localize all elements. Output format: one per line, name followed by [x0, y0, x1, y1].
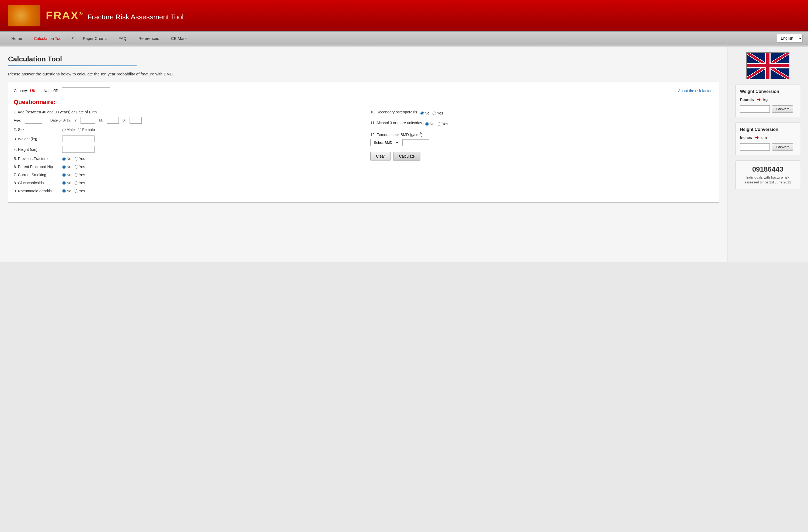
q12-row: 12. Femoral neck BMD (g/cm2) Select BMD [370, 131, 714, 146]
language-select[interactable]: English Français Español Deutsch Italian… [777, 34, 803, 42]
registered-symbol: ® [79, 11, 83, 16]
nav-ce-mark[interactable]: CE Mark [165, 32, 192, 44]
q8-yes-label[interactable]: Yes [75, 181, 85, 185]
q7-yes-label[interactable]: Yes [75, 173, 85, 177]
q11-radio-group: No Yes [425, 122, 448, 126]
q9-yes-radio[interactable] [75, 189, 78, 193]
uk-flag [746, 52, 789, 79]
height-conversion-box: Height Conversion Inches ➜ cm Convert [736, 123, 800, 155]
q12-content: Select BMD [370, 139, 714, 146]
q2-male-text: Male [67, 127, 75, 132]
q7-yes-text: Yes [79, 173, 85, 177]
height-conversion-row: Inches ➜ cm [740, 135, 796, 141]
q10-no-radio[interactable] [420, 111, 424, 115]
q3-weight-input[interactable] [62, 135, 94, 142]
q11-yes-radio[interactable] [438, 122, 441, 126]
height-convert-button[interactable]: Convert [772, 143, 793, 151]
q6-radio-group: No Yes [62, 165, 85, 169]
q12-label: 12. Femoral neck BMD (g/cm2) [370, 131, 714, 137]
q1-dob-label: Date of Birth: [50, 118, 71, 122]
q8-yes-radio[interactable] [75, 181, 78, 185]
clear-button[interactable]: Clear [370, 152, 390, 161]
q2-male-radio[interactable] [62, 128, 66, 131]
stats-box: 09186443 Individuals with fracture risk … [736, 161, 800, 189]
q10-content: 10. Secondary osteoporosis No Yes [370, 110, 714, 116]
q5-no-radio[interactable] [62, 157, 66, 161]
q1-dob-y-input[interactable] [80, 117, 95, 124]
q9-no-label[interactable]: No [62, 189, 71, 193]
nav-home[interactable]: Home [5, 32, 28, 44]
header-title: FRAX® Fracture Risk Assessment Tool [46, 9, 184, 22]
q10-label: 10. Secondary osteoporosis [370, 110, 417, 114]
q6-yes-label[interactable]: Yes [75, 165, 85, 169]
height-input-row: Convert [740, 143, 796, 151]
q10-no-label[interactable]: No [420, 111, 429, 115]
q1-input-row: Age: Date of Birth: Y: M: D: [14, 117, 357, 124]
q3-label: 3. Weight (kg) [14, 137, 62, 141]
q1-dob-d-input[interactable] [130, 117, 142, 124]
weight-conversion-input[interactable] [740, 105, 770, 113]
q7-radio-group: No Yes [62, 173, 85, 177]
header-subtitle: Fracture Risk Assessment Tool [88, 13, 183, 21]
q1-dob-m-input[interactable] [107, 117, 119, 124]
q10-yes-radio[interactable] [433, 111, 436, 115]
bmd-select[interactable]: Select BMD [370, 139, 399, 146]
q8-label: 8. Glucocorticoids [14, 181, 62, 185]
q4-height-input[interactable] [62, 146, 94, 153]
q2-label: 2. Sex [14, 127, 62, 132]
site-logo [8, 5, 40, 26]
questionnaire-title: Questionnaire: [14, 98, 714, 106]
form-body: 1. Age (between 40 and 90 years) or Date… [14, 110, 714, 197]
height-conversion-title: Height Conversion [740, 127, 796, 132]
q7-yes-radio[interactable] [75, 173, 78, 177]
q2-female-label[interactable]: Female [78, 127, 95, 132]
q9-yes-label[interactable]: Yes [75, 189, 85, 193]
nav-calc-tool[interactable]: Calculation Tool [28, 32, 69, 44]
q2-radio-group: Male Female [62, 127, 95, 132]
q5-yes-radio[interactable] [75, 157, 78, 161]
q9-radio-group: No Yes [62, 189, 85, 193]
q8-no-text: No [67, 181, 71, 185]
q6-yes-text: Yes [79, 165, 85, 169]
weight-to-label: kg [763, 97, 768, 102]
q6-label: 6. Parent Fractured Hip [14, 165, 62, 169]
q6-yes-radio[interactable] [75, 165, 78, 169]
q5-yes-label[interactable]: Yes [75, 157, 85, 161]
name-id-input[interactable] [62, 87, 110, 94]
q2-female-radio[interactable] [78, 128, 81, 131]
weight-convert-button[interactable]: Convert [772, 105, 793, 113]
q7-no-radio[interactable] [62, 173, 66, 177]
q9-yes-text: Yes [79, 189, 85, 193]
q9-no-radio[interactable] [62, 189, 66, 193]
q5-no-label[interactable]: No [62, 157, 71, 161]
nav-references[interactable]: References [132, 32, 165, 44]
q6-no-text: No [67, 165, 71, 169]
weight-arrow-icon: ➜ [756, 97, 760, 103]
q1-age-input[interactable] [25, 117, 42, 124]
height-conversion-input[interactable] [740, 143, 770, 151]
q11-yes-label[interactable]: Yes [438, 122, 448, 126]
q8-no-label[interactable]: No [62, 181, 71, 185]
q2-male-label[interactable]: Male [62, 127, 75, 132]
q8-no-radio[interactable] [62, 181, 66, 185]
q3-row: 3. Weight (kg) [14, 135, 357, 142]
nav-faq[interactable]: FAQ [113, 32, 132, 44]
q7-label: 7. Current Smoking [14, 173, 62, 177]
q7-no-label[interactable]: No [62, 173, 71, 177]
q6-no-radio[interactable] [62, 165, 66, 169]
about-risk-factors-link[interactable]: About the risk factors [678, 89, 714, 93]
q11-no-label[interactable]: No [425, 122, 435, 126]
q10-yes-label[interactable]: Yes [433, 111, 443, 115]
nav-paper-charts[interactable]: Paper Charts [77, 32, 113, 44]
q6-no-label[interactable]: No [62, 165, 71, 169]
main-container: Calculation Tool Please answer the quest… [0, 47, 808, 262]
weight-conversion-row: Pounds ➜ kg [740, 97, 796, 103]
language-selector-container[interactable]: English Français Español Deutsch Italian… [777, 34, 803, 42]
dropdown-triangle-icon: ▼ [71, 36, 74, 40]
bmd-input[interactable] [402, 139, 429, 146]
nav-dropdown-arrow[interactable]: ▼ [69, 33, 77, 44]
calculate-button[interactable]: Calculate [393, 152, 420, 161]
q1-m-label: M: [99, 118, 103, 122]
q11-no-radio[interactable] [425, 122, 429, 126]
weight-conversion-title: Weight Conversion [740, 89, 796, 94]
